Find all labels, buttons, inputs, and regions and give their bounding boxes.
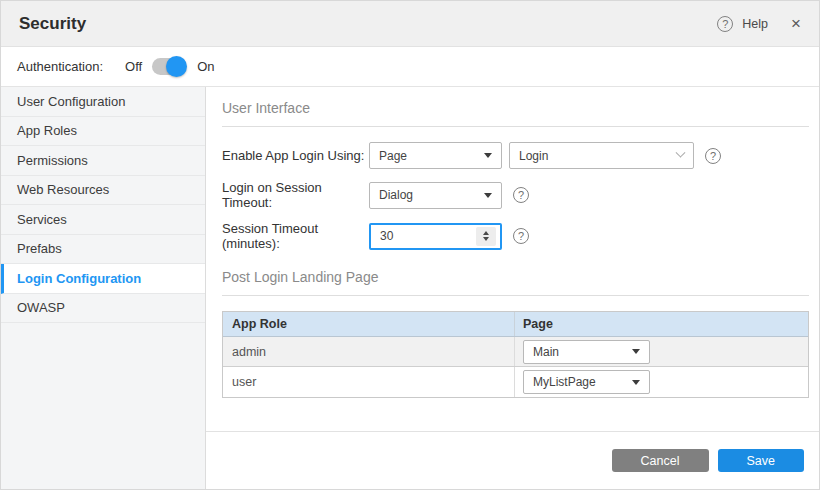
role-cell-admin: admin	[223, 337, 515, 366]
help-icon[interactable]: ?	[513, 187, 529, 203]
caret-down-icon	[484, 153, 492, 158]
admin-page-value: Main	[533, 345, 559, 359]
settings-sidebar: User Configuration App Roles Permissions…	[1, 87, 206, 489]
sidebar-item-prefabs[interactable]: Prefabs	[1, 235, 205, 265]
page-cell: Main	[515, 340, 808, 364]
table-row: admin Main	[223, 337, 808, 367]
login-type-value: Page	[379, 149, 407, 163]
column-header-page: Page	[515, 317, 808, 331]
caret-down-icon	[632, 349, 640, 354]
form-row-session-timeout-minutes: Session Timeout (minutes): 30 ?	[222, 221, 809, 251]
login-on-timeout-label: Login on Session Timeout:	[222, 180, 369, 210]
sidebar-item-owasp[interactable]: OWASP	[1, 294, 205, 324]
sidebar-item-user-configuration[interactable]: User Configuration	[1, 87, 205, 117]
column-header-app-role: App Role	[223, 312, 515, 336]
table-row: user MyListPage	[223, 367, 808, 397]
role-cell-user: user	[223, 367, 515, 397]
form-row-session-timeout-type: Login on Session Timeout: Dialog ?	[222, 180, 809, 210]
sidebar-item-login-configuration[interactable]: Login Configuration	[1, 264, 205, 294]
save-button[interactable]: Save	[718, 449, 805, 472]
stepper-up-icon[interactable]	[483, 231, 489, 235]
authentication-bar: Authentication: Off On	[1, 47, 819, 87]
dialog-header: Security ? Help ×	[1, 1, 819, 47]
help-icon[interactable]: ?	[705, 148, 721, 164]
user-page-select[interactable]: MyListPage	[523, 370, 650, 394]
table-header-row: App Role Page	[223, 312, 808, 337]
form-row-app-login: Enable App Login Using: Page Login ?	[222, 142, 809, 169]
authentication-label: Authentication:	[17, 59, 103, 74]
timeout-type-value: Dialog	[379, 188, 413, 202]
enable-app-login-label: Enable App Login Using:	[222, 148, 369, 163]
caret-down-icon	[632, 380, 640, 385]
toggle-knob[interactable]	[166, 56, 187, 77]
sidebar-item-permissions[interactable]: Permissions	[1, 146, 205, 176]
section-title-post-login: Post Login Landing Page	[222, 262, 809, 296]
close-icon[interactable]: ×	[791, 15, 801, 32]
number-stepper[interactable]	[476, 227, 496, 246]
login-type-select[interactable]: Page	[369, 142, 502, 169]
security-dialog: Security ? Help × Authentication: Off On…	[0, 0, 820, 490]
main-content: User Interface Enable App Login Using: P…	[206, 87, 819, 489]
caret-down-icon	[484, 193, 492, 198]
user-page-value: MyListPage	[533, 375, 596, 389]
sidebar-item-web-resources[interactable]: Web Resources	[1, 176, 205, 206]
content-inner: User Interface Enable App Login Using: P…	[206, 87, 819, 431]
cancel-button[interactable]: Cancel	[612, 449, 709, 472]
section-title-user-interface: User Interface	[222, 93, 809, 127]
authentication-toggle[interactable]	[152, 58, 185, 75]
help-icon[interactable]: ?	[717, 16, 733, 32]
page-title: Security	[19, 14, 86, 34]
session-timeout-value: 30	[380, 229, 393, 243]
help-icon[interactable]: ?	[513, 228, 529, 244]
session-timeout-label: Session Timeout (minutes):	[222, 221, 369, 251]
chevron-down-icon	[676, 148, 686, 158]
login-page-value: Login	[519, 149, 548, 163]
landing-page-table: App Role Page admin Main user	[222, 311, 809, 398]
sidebar-item-services[interactable]: Services	[1, 205, 205, 235]
help-link[interactable]: Help	[742, 17, 768, 31]
toggle-on-label: On	[197, 59, 214, 74]
session-timeout-input[interactable]: 30	[369, 223, 502, 250]
sidebar-item-app-roles[interactable]: App Roles	[1, 117, 205, 147]
dialog-footer: Cancel Save	[206, 431, 819, 489]
page-cell: MyListPage	[515, 370, 808, 394]
login-page-combobox[interactable]: Login	[509, 142, 694, 169]
dialog-body: User Configuration App Roles Permissions…	[1, 87, 819, 489]
timeout-type-select[interactable]: Dialog	[369, 182, 502, 209]
stepper-down-icon[interactable]	[483, 237, 489, 241]
toggle-off-label: Off	[125, 59, 142, 74]
admin-page-select[interactable]: Main	[523, 340, 650, 364]
header-actions: ? Help ×	[717, 15, 801, 32]
